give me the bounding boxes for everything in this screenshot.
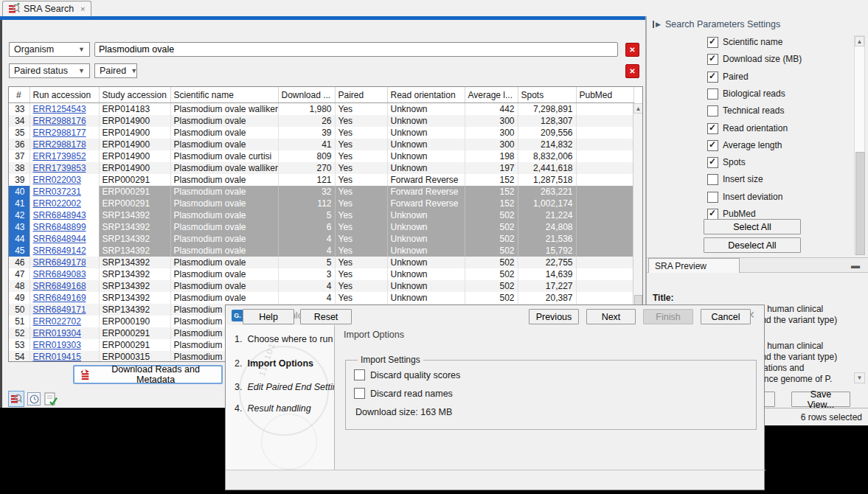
table-row[interactable]: 42SRR6848943SRP134392Plasmodium ovale5Ye… xyxy=(9,209,633,221)
save-view-button[interactable]: Save View... xyxy=(791,392,850,407)
settings-checkbox-insert-size[interactable]: Insert size xyxy=(707,173,763,185)
tab-sra-search[interactable]: SRA Search × xyxy=(2,1,91,16)
column-header[interactable]: Read orientation xyxy=(387,87,465,103)
checkbox[interactable] xyxy=(707,105,718,116)
settings-checkbox-insert-deviation[interactable]: Insert deviation xyxy=(707,191,782,203)
run-accession-link[interactable]: SRR6848943 xyxy=(33,210,86,220)
run-accession-link[interactable]: ERR2988177 xyxy=(33,128,86,138)
previous-button[interactable]: Previous xyxy=(529,309,579,324)
table-row[interactable]: 49SRR6849169SRP134392Plasmodium ovale4Ye… xyxy=(9,292,633,304)
run-accession-link[interactable]: SRR6849142 xyxy=(33,246,86,256)
checkbox[interactable] xyxy=(707,174,718,185)
settings-scrollbar[interactable]: ▲ xyxy=(854,35,865,254)
table-row[interactable]: 34ERR2988176ERP014900Plasmodium ovale26Y… xyxy=(9,115,633,127)
checkbox[interactable] xyxy=(354,388,365,399)
run-accession-link[interactable]: ERR022702 xyxy=(33,316,81,327)
run-accession-link[interactable]: ERR037231 xyxy=(33,187,81,197)
minimize-icon[interactable]: ▬ xyxy=(851,260,859,271)
paired-value-dropdown[interactable]: Paired ▼ xyxy=(94,63,137,78)
run-accession-link[interactable]: ERR019303 xyxy=(33,340,81,350)
settings-checkbox-biological-reads[interactable]: Biological reads xyxy=(707,88,785,100)
table-row[interactable]: 41ERR022002ERP000291Plasmodium ovale112Y… xyxy=(9,198,633,209)
column-header[interactable]: Run accession xyxy=(29,87,99,103)
scroll-up-icon[interactable]: ▲ xyxy=(633,103,643,114)
run-accession-link[interactable]: ERR019415 xyxy=(33,352,81,362)
history-clock-icon[interactable] xyxy=(27,392,41,406)
checkbox[interactable] xyxy=(707,88,718,100)
remove-filter-button[interactable]: ✕ xyxy=(625,43,639,57)
table-row[interactable]: 43SRR6848899SRP134392Plasmodium ovale6Ye… xyxy=(9,221,633,233)
column-header[interactable]: Scientific name xyxy=(170,87,278,103)
sra-preview-tab[interactable]: SRA Preview xyxy=(648,258,740,273)
filter-field-dropdown-paired-status[interactable]: Paired status ▼ xyxy=(9,63,90,78)
checkbox[interactable] xyxy=(707,54,718,65)
run-accession-link[interactable]: SRR6848944 xyxy=(33,234,86,244)
checkbox[interactable] xyxy=(707,140,718,151)
table-row[interactable]: 48SRR6849168SRP134392Plasmodium ovale4Ye… xyxy=(9,280,633,292)
column-header[interactable]: Study accession xyxy=(99,87,170,103)
settings-checkbox-scientific-name[interactable]: Scientific name xyxy=(707,36,782,48)
run-accession-link[interactable]: SRR6849168 xyxy=(33,281,86,291)
table-row[interactable]: 44SRR6848944SRP134392Plasmodium ovale4Ye… xyxy=(9,233,633,245)
checkbox[interactable] xyxy=(707,209,718,220)
table-row[interactable]: 38ERR1739853ERP014900Plasmodium ovale wa… xyxy=(9,162,633,174)
table-row[interactable]: 46SRR6849178SRP134392Plasmodium ovale5Ye… xyxy=(9,257,633,268)
settings-checkbox-paired[interactable]: Paired xyxy=(707,71,749,83)
select-all-button[interactable]: Select All xyxy=(704,219,801,234)
column-header[interactable]: Average l... xyxy=(465,87,518,103)
run-accession-link[interactable]: ERR1254543 xyxy=(33,104,86,114)
checkbox[interactable] xyxy=(354,369,365,380)
run-accession-link[interactable]: ERR2988176 xyxy=(33,116,86,126)
table-row[interactable]: 47SRR6849083SRP134392Plasmodium ovale3Ye… xyxy=(9,268,633,280)
tab-close-icon[interactable]: × xyxy=(80,4,85,13)
search-parameters-settings-header[interactable]: ▶ Search Parameters Settings xyxy=(653,19,780,29)
run-accession-link[interactable]: SRR6848899 xyxy=(33,222,86,232)
settings-checkbox-spots[interactable]: Spots xyxy=(707,156,746,168)
cancel-button[interactable]: Cancel xyxy=(701,309,751,324)
table-row[interactable]: 33ERR1254543ERP014183Plasmodium ovale wa… xyxy=(9,103,633,116)
column-header[interactable]: Spots xyxy=(518,87,576,103)
column-header[interactable]: Paired xyxy=(335,87,387,103)
run-accession-link[interactable]: SRR6849171 xyxy=(33,305,86,315)
run-accession-link[interactable]: SRR6849083 xyxy=(33,269,86,279)
filter-field-dropdown-organism[interactable]: Organism ▼ xyxy=(9,42,90,57)
help-button[interactable]: Help xyxy=(243,309,294,324)
scroll-down-icon[interactable]: ▼ xyxy=(854,372,865,383)
scrollbar-thumb[interactable] xyxy=(855,152,865,255)
organism-search-input[interactable] xyxy=(94,42,618,57)
table-row[interactable]: 37ERR1739852ERP014900Plasmodium ovale cu… xyxy=(9,150,633,162)
remove-filter-button[interactable]: ✕ xyxy=(625,64,639,78)
column-header[interactable]: # xyxy=(9,87,29,103)
checkbox[interactable] xyxy=(707,72,718,83)
checkbox[interactable] xyxy=(707,123,718,134)
scroll-up-icon[interactable]: ▲ xyxy=(855,36,864,46)
run-accession-link[interactable]: ERR022003 xyxy=(33,175,81,185)
checkbox[interactable] xyxy=(707,157,718,168)
download-reads-metadata-button[interactable]: Download Reads and Metadata xyxy=(73,365,223,384)
settings-checkbox-download-size-mb-[interactable]: Download size (MB) xyxy=(707,53,802,65)
table-row[interactable]: 45SRR6849142SRP134392Plasmodium ovale4Ye… xyxy=(9,245,633,257)
deselect-all-button[interactable]: Deselect All xyxy=(704,237,801,253)
column-header[interactable]: PubMed xyxy=(576,87,633,103)
run-accession-link[interactable]: SRR6849178 xyxy=(33,257,86,268)
next-button[interactable]: Next xyxy=(586,309,636,324)
run-accession-link[interactable]: ERR022002 xyxy=(33,198,81,209)
settings-checkbox-average-length[interactable]: Average length xyxy=(707,139,782,151)
sra-search-tool-icon[interactable] xyxy=(8,391,24,407)
settings-checkbox-pubmed[interactable]: PubMed xyxy=(707,208,756,220)
discard-quality-scores-option[interactable]: Discard quality scores xyxy=(354,369,460,380)
settings-checkbox-technical-reads[interactable]: Technical reads xyxy=(707,105,784,116)
run-accession-link[interactable]: ERR1739853 xyxy=(33,163,86,173)
run-accession-link[interactable]: ERR2988178 xyxy=(33,139,86,150)
table-row[interactable]: 39ERR022003ERP000291Plasmodium ovale121Y… xyxy=(9,174,633,186)
column-header[interactable]: Download ... xyxy=(278,87,335,103)
checkbox[interactable] xyxy=(707,192,718,203)
run-accession-link[interactable]: ERR1739852 xyxy=(33,151,86,161)
reset-button[interactable]: Reset xyxy=(300,309,352,324)
element-info-check-icon[interactable] xyxy=(44,392,58,407)
table-row[interactable]: 40ERR037231ERP000291Plasmodium ovale32Ye… xyxy=(9,186,633,198)
discard-read-names-option[interactable]: Discard read names xyxy=(354,388,453,399)
table-row[interactable]: 35ERR2988177ERP014900Plasmodium ovale39Y… xyxy=(9,127,633,139)
settings-checkbox-read-orientation[interactable]: Read orientation xyxy=(707,122,788,134)
run-accession-link[interactable]: SRR6849169 xyxy=(33,293,86,303)
